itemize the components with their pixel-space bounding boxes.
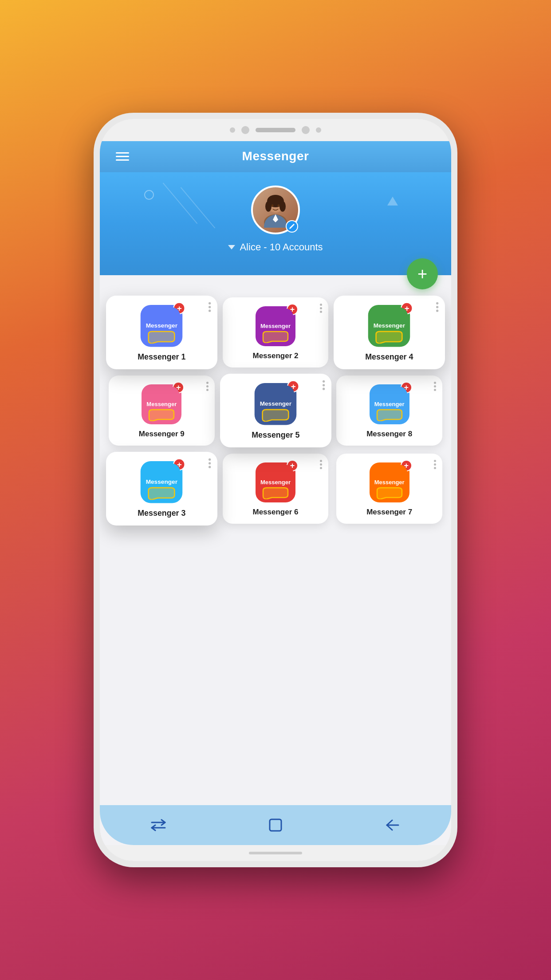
app-icon-6: + Messenger <box>256 462 295 502</box>
messenger-icon-inner-3: Messenger <box>143 463 180 501</box>
app-icon-2: + Messenger <box>256 306 295 346</box>
profile-name: Alice - 10 Accounts <box>240 241 323 253</box>
chat-bubble-5 <box>261 409 289 422</box>
app-card-2[interactable]: + Messenger Messenger 2 <box>223 297 329 368</box>
icon-label-8: Messenger <box>374 401 405 408</box>
app-header: Messenger <box>100 141 451 172</box>
app-card-7[interactable]: + Messenger Messenger 7 <box>336 454 442 524</box>
app-name-2: Messenger 2 <box>252 352 298 360</box>
app-card-4[interactable]: + Messenger Messenger 4 <box>334 296 445 369</box>
app-icon-3: + Messenger <box>141 461 183 503</box>
transfer-button[interactable] <box>147 814 169 836</box>
add-account-button[interactable]: + <box>407 258 438 289</box>
sensor-dot-2 <box>302 126 310 134</box>
app-card-3[interactable]: + Messenger Messenger 3 <box>106 452 217 526</box>
messenger-icon-inner-9: Messenger <box>144 387 179 422</box>
app-name-1: Messenger 1 <box>138 352 185 362</box>
svg-point-6 <box>278 205 280 207</box>
square-button[interactable] <box>264 814 287 836</box>
icon-label-5: Messenger <box>260 400 291 407</box>
svg-point-3 <box>265 201 272 212</box>
card-menu-dots[interactable] <box>320 304 322 313</box>
nav-bar <box>100 805 451 845</box>
chat-bubble-9 <box>148 409 175 421</box>
app-name-8: Messenger 8 <box>366 430 412 439</box>
card-menu-dots[interactable] <box>320 460 322 469</box>
app-name-3: Messenger 3 <box>138 509 185 518</box>
icon-label-4: Messenger <box>374 322 405 329</box>
back-button[interactable] <box>382 814 404 836</box>
phone-shell: Messenger <box>94 113 457 867</box>
profile-hero: Alice - 10 Accounts + <box>100 172 451 275</box>
app-icon-4: + Messenger <box>368 305 410 347</box>
card-menu-dots[interactable] <box>206 382 209 391</box>
phone-screen: Messenger <box>100 141 451 845</box>
app-icon-8: + Messenger <box>370 384 409 424</box>
phone-top-bar <box>100 119 451 141</box>
svg-point-5 <box>272 205 274 207</box>
sensor-dot-3 <box>316 127 321 133</box>
back-icon <box>386 819 399 831</box>
card-menu-dots[interactable] <box>434 460 436 469</box>
app-card-8[interactable]: + Messenger Messenger 8 <box>336 375 442 446</box>
deco-triangle <box>387 197 398 205</box>
chevron-down-icon <box>228 245 235 249</box>
app-icon-9: + Messenger <box>142 384 181 424</box>
messenger-icon-inner-2: Messenger <box>258 308 293 344</box>
app-icon-7: + Messenger <box>370 462 409 502</box>
app-card-9[interactable]: + Messenger Messenger 9 <box>109 375 215 446</box>
edit-icon <box>289 223 295 229</box>
chat-bubble-6 <box>262 487 289 499</box>
app-card-5[interactable]: + Messenger Messenger 5 <box>220 374 331 447</box>
avatar-wrapper <box>251 186 300 234</box>
app-card-6[interactable]: + Messenger Messenger 6 <box>223 454 329 524</box>
phone-bottom-bar <box>100 845 451 861</box>
messenger-icon-inner-7: Messenger <box>372 465 407 500</box>
deco-circle <box>144 190 154 200</box>
messenger-icon-inner-8: Messenger <box>372 387 407 422</box>
messenger-icon-inner-5: Messenger <box>257 385 294 423</box>
square-icon <box>269 818 282 832</box>
chat-bubble-7 <box>376 487 403 499</box>
speaker-bar <box>256 128 295 132</box>
app-name-5: Messenger 5 <box>252 431 299 440</box>
app-name-4: Messenger 4 <box>366 352 413 362</box>
app-card-1[interactable]: + Messenger Messenger 1 <box>106 296 217 369</box>
icon-label-1: Messenger <box>146 322 177 329</box>
transfer-icon <box>151 819 166 831</box>
app-name-9: Messenger 9 <box>139 430 185 439</box>
app-grid-container: + Messenger Messenger 1 + Messenger <box>100 275 451 805</box>
icon-label-6: Messenger <box>260 479 291 486</box>
card-menu-dots[interactable] <box>209 302 211 312</box>
avatar-edit-badge[interactable] <box>286 220 298 233</box>
icon-label-3: Messenger <box>146 478 177 486</box>
hamburger-button[interactable] <box>113 150 132 163</box>
card-menu-dots[interactable] <box>434 382 436 391</box>
card-menu-dots[interactable] <box>209 458 211 468</box>
chat-bubble-1 <box>148 331 176 344</box>
card-menu-dots[interactable] <box>436 302 438 312</box>
chat-bubble-8 <box>376 409 403 421</box>
profile-name-row[interactable]: Alice - 10 Accounts <box>228 241 323 253</box>
app-title: Messenger <box>242 149 309 163</box>
messenger-icon-inner-4: Messenger <box>371 307 408 344</box>
app-icon-5: + Messenger <box>255 383 297 425</box>
app-name-7: Messenger 7 <box>366 508 412 517</box>
icon-label-2: Messenger <box>260 323 291 330</box>
icon-label-7: Messenger <box>374 479 405 486</box>
messenger-icon-inner-1: Messenger <box>143 307 180 344</box>
home-indicator <box>249 852 302 854</box>
app-grid: + Messenger Messenger 1 + Messenger <box>109 297 442 524</box>
card-menu-dots[interactable] <box>322 380 324 390</box>
camera-dot <box>241 126 249 134</box>
svg-point-4 <box>279 201 286 212</box>
header-title-row: Messenger <box>113 149 438 163</box>
messenger-icon-inner-6: Messenger <box>258 465 293 500</box>
chat-bubble-3 <box>148 487 176 500</box>
chat-bubble-2 <box>262 331 289 343</box>
app-name-6: Messenger 6 <box>252 508 298 517</box>
chat-bubble-4 <box>375 331 403 344</box>
sensor-dot <box>230 127 235 133</box>
svg-rect-9 <box>270 819 281 831</box>
app-icon-1: + Messenger <box>141 305 183 347</box>
